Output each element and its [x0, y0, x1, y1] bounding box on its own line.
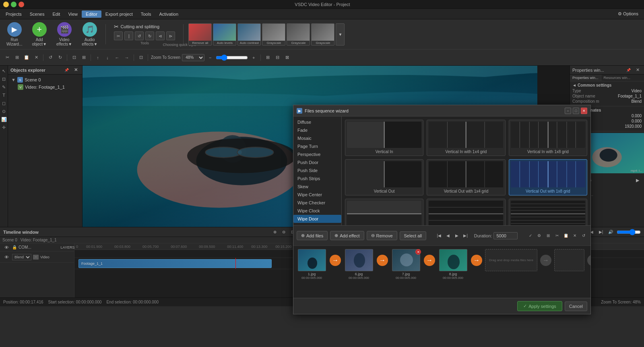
menu-export[interactable]: Export project [101, 10, 137, 18]
action-select[interactable]: ⊡ [70, 54, 78, 62]
tree-item-scene0[interactable]: ▼ S Scene 0 [10, 76, 80, 83]
vol-bar-4 [582, 187, 584, 191]
tl-stop-btn[interactable]: ■ [578, 229, 585, 236]
action-delete[interactable]: ✕ [32, 54, 40, 62]
effect-grayscale-2[interactable]: Grayscale [287, 23, 310, 46]
menu-tools[interactable]: Tools [137, 10, 155, 18]
tree-icon-scene: S [17, 77, 23, 83]
objects-close-button[interactable]: ✕ [72, 66, 80, 74]
tl-ctrl-4[interactable]: ⊞ [298, 229, 305, 236]
timeline-title: Timeline window [3, 230, 39, 235]
menu-scenes[interactable]: Scenes [26, 10, 49, 18]
tab-properties[interactable]: Properties win... [570, 75, 601, 81]
action-grid-2[interactable]: ⊟ [273, 54, 281, 62]
cut-tool-4[interactable]: ↻ [145, 31, 154, 40]
tool-shape[interactable]: ◻ [0, 100, 8, 107]
effect-auto-levels[interactable]: Auto levels [213, 23, 236, 46]
tl-vol-btn[interactable]: 🔊 [607, 229, 614, 236]
timeline-clip[interactable]: Footage_1_1 [78, 259, 272, 268]
close-button[interactable] [19, 2, 24, 7]
action-paste[interactable]: 📋 [23, 54, 31, 62]
action-redo[interactable]: ↻ [56, 54, 64, 62]
action-copy[interactable]: ⊞ [13, 54, 21, 62]
tl-ctrl-1[interactable]: ⊕ [271, 229, 279, 236]
toolbar-area: ▶ RunWizard... + Addobject▼ 🎬 Videoeffec… [0, 19, 644, 66]
properties-close-button[interactable]: ✕ [634, 66, 642, 74]
maximize-button[interactable] [11, 2, 17, 7]
effects-more-button[interactable]: ▼ [336, 23, 345, 46]
tl-layers-btn[interactable]: LAYERS [64, 243, 72, 251]
cut-tool-1[interactable]: ✂ [114, 31, 123, 40]
ruler-8: 00:15.200 [275, 245, 291, 249]
tool-move[interactable]: ✛ [0, 124, 8, 131]
action-cut[interactable]: ✂ [3, 54, 11, 62]
action-group[interactable]: ⊞ [80, 54, 88, 62]
audio-effects-button[interactable]: 🎵 Audioeffects▼ [78, 21, 101, 48]
action-grid-3[interactable]: ⊠ [283, 54, 291, 62]
menu-editor[interactable]: Editor [82, 10, 101, 18]
menu-projects[interactable]: Projects [2, 10, 26, 18]
menu-options[interactable]: ⚙ Options [614, 10, 642, 18]
tl-ctrl-2[interactable]: ⊖ [280, 229, 287, 236]
tl-ctrl-3[interactable]: ⊡ [289, 229, 296, 236]
tool-pen[interactable]: ✎ [0, 83, 8, 91]
ruler-2: 00:03.800 [114, 245, 130, 249]
video-effects-icon: 🎬 [57, 22, 72, 37]
minimize-button[interactable] [3, 2, 9, 7]
tl-eye-2[interactable]: 👁 [2, 253, 10, 261]
volume-slider[interactable] [617, 230, 641, 235]
prev-play-btn[interactable]: ▶ [634, 176, 642, 184]
blend-select[interactable]: Blend [12, 254, 31, 260]
cutting-tools-row: ✂ | ↺ ↻ ⊲ ⊳ [114, 31, 175, 40]
action-grid-1[interactable]: ⊞ [264, 54, 272, 62]
prop-name-row2: name [572, 197, 642, 202]
action-move-up[interactable]: ↑ [94, 54, 102, 62]
objects-pin-button[interactable]: 📌 [62, 66, 70, 74]
cut-tool-6[interactable]: ⊳ [166, 31, 175, 40]
properties-pin-button[interactable]: 📌 [624, 66, 632, 74]
action-undo[interactable]: ↺ [46, 54, 54, 62]
cut-tool-2[interactable]: | [124, 31, 133, 40]
tl-next-btn[interactable]: ▶| [597, 229, 605, 236]
zoom-in[interactable]: + [250, 54, 258, 62]
add-object-button[interactable]: + Addobject▼ [29, 21, 50, 48]
tool-select-2[interactable]: ⊡ [0, 75, 8, 83]
preview-ctrl-btns: ▶ [634, 176, 642, 184]
canvas-area [83, 66, 570, 227]
tree-expand-scene0[interactable]: ▼ [11, 77, 16, 82]
timeline-ruler: 0 00:01.900 00:03.800 00:05.700 00:07.60… [74, 243, 644, 250]
action-move-down[interactable]: ↓ [103, 54, 111, 62]
effect-remove-all[interactable]: Remove all [188, 23, 212, 46]
zoom-select[interactable]: 48%25%50%100% [182, 54, 204, 61]
effect-auto-contrast[interactable]: Auto contrast [237, 23, 261, 46]
action-move-left[interactable]: ← [113, 54, 121, 62]
tool-pointer[interactable]: ↖ [0, 67, 8, 75]
tree-item-video1[interactable]: V Video: Footage_1_1 [10, 83, 80, 91]
zoom-slider[interactable] [216, 55, 248, 60]
window-title: VSDC Video Editor - Project [24, 2, 621, 7]
zoom-out[interactable]: − [206, 54, 214, 62]
ruler-10: 00:19.000 [324, 245, 340, 249]
res-label: 720p [554, 230, 563, 234]
tool-text[interactable]: T [0, 91, 8, 99]
tl-play-btn[interactable]: ▶ [568, 229, 576, 236]
tab-resources[interactable]: Resources win... [601, 75, 633, 81]
effect-grayscale-1[interactable]: Grayscale [262, 23, 285, 46]
tl-eye-1[interactable]: 👁 [2, 243, 10, 251]
title-bar: VSDC Video Editor - Project [0, 0, 644, 9]
cut-tool-5[interactable]: ⊲ [156, 31, 165, 40]
menu-activation[interactable]: Activation [155, 10, 182, 18]
menu-view[interactable]: View [64, 10, 82, 18]
cut-tool-3[interactable]: ↺ [135, 31, 144, 40]
tool-eyedropper[interactable]: ⊙ [0, 108, 8, 115]
tool-chart[interactable]: 📊 [0, 116, 8, 123]
tl-ctrl-5[interactable]: |◀ [307, 229, 314, 236]
action-fit[interactable]: ⊡ [137, 54, 145, 62]
tl-prev-btn[interactable]: |◀ [588, 229, 595, 236]
action-move-right[interactable]: → [123, 54, 131, 62]
effect-grayscale-3[interactable]: Grayscale [311, 23, 334, 46]
video-effects-button[interactable]: 🎬 Videoeffects▼ [53, 21, 75, 48]
menu-edit[interactable]: Edit [48, 10, 64, 18]
prop-type-row: Type Video [572, 89, 642, 93]
run-wizard-button[interactable]: ▶ RunWizard... [3, 21, 25, 48]
